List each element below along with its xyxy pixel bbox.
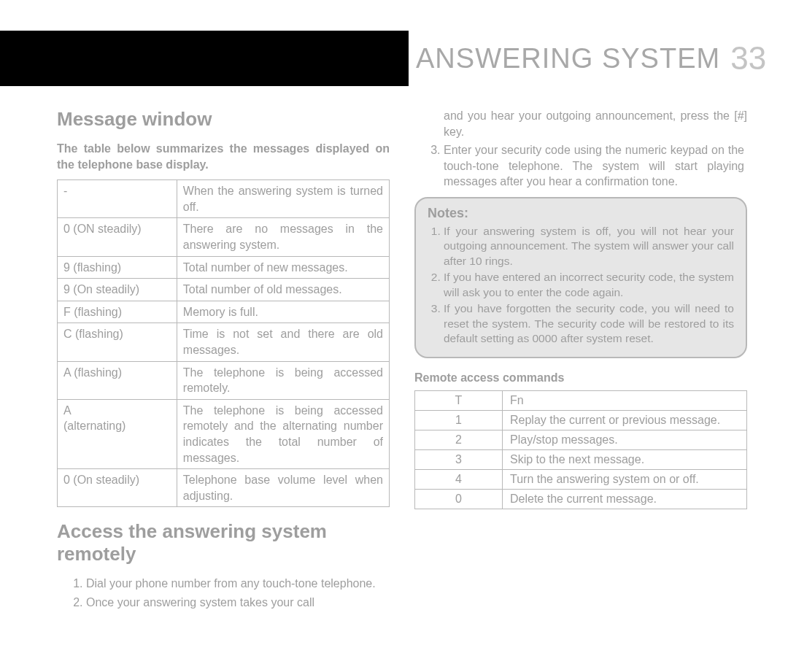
table-row: 9 (flashing)Total number of new messages… xyxy=(58,256,390,279)
msg-code: 0 (ON steadily) xyxy=(58,218,177,256)
msg-desc: The telephone is being accessed remotely… xyxy=(177,399,389,468)
table-row: 3Skip to the next message. xyxy=(415,449,747,469)
cmd-fn: Delete the current message. xyxy=(503,489,747,509)
table-header-row: T Fn xyxy=(415,390,747,410)
msg-desc: Memory is full. xyxy=(177,301,389,323)
msg-desc: When the answering system is turned off. xyxy=(177,180,389,218)
cmd-fn: Skip to the next message. xyxy=(503,449,747,469)
header-title: ANSWERING SYSTEM xyxy=(416,43,720,74)
heading-message-window: Message window xyxy=(57,108,390,131)
page-header: ANSWERING SYSTEM 33 xyxy=(0,31,788,86)
notes-heading: Notes: xyxy=(428,206,734,221)
table-row: 9 (On steadily)Total number of old messa… xyxy=(58,279,390,301)
msg-code: 9 (flashing) xyxy=(58,256,177,279)
msg-desc: There are no messages in the answering s… xyxy=(177,218,389,256)
msg-code: C (flashing) xyxy=(58,323,177,361)
cmd-fn: Play/stop messages. xyxy=(503,430,747,449)
lead-text: The table below summarizes the messages … xyxy=(57,141,390,172)
cmd-key: 2 xyxy=(415,430,503,449)
remote-steps-list-part1: Dial your phone number from any touch-to… xyxy=(57,576,390,610)
notes-box: Notes: If your answering system is off, … xyxy=(414,197,747,358)
remote-commands-table: T Fn 1Replay the current or previous mes… xyxy=(414,390,747,509)
table-row: F (flashing)Memory is full. xyxy=(58,301,390,323)
content-area: Message window The table below summarize… xyxy=(57,108,747,643)
right-column: and you hear your outgoing announcement,… xyxy=(414,108,747,643)
table-row: 2Play/stop messages. xyxy=(415,430,747,449)
list-item: Dial your phone number from any touch-to… xyxy=(86,576,390,592)
cmds-header-fn: Fn xyxy=(503,390,747,410)
table-row: 0 (On steadily)Telephone base volume lev… xyxy=(58,469,390,507)
cmd-key: 4 xyxy=(415,469,503,489)
remote-steps-list-part2: Enter your security code using the numer… xyxy=(414,142,747,190)
cmd-key: 1 xyxy=(415,410,503,430)
msg-desc: Total number of new messages. xyxy=(177,256,389,279)
table-row: A (alternating)The telephone is being ac… xyxy=(58,399,390,468)
step2-continuation: and you hear your outgoing announcement,… xyxy=(414,108,747,139)
msg-code: F (flashing) xyxy=(58,301,177,323)
msg-code: 9 (On steadily) xyxy=(58,279,177,301)
msg-desc: Time is not set and there are old messag… xyxy=(177,323,389,361)
cmd-fn: Replay the current or previous message. xyxy=(503,410,747,430)
msg-desc: Telephone base volume level when adjusti… xyxy=(177,469,389,507)
msg-code: A (alternating) xyxy=(58,399,177,468)
table-row: C (flashing)Time is not set and there ar… xyxy=(58,323,390,361)
list-item: Once your answering system takes your ca… xyxy=(86,595,390,611)
heading-remote-access: Access the answering system remotely xyxy=(57,520,390,565)
table-row: 4Turn the answering system on or off. xyxy=(415,469,747,489)
cmd-key: 3 xyxy=(415,449,503,469)
list-item: If you have forgotten the security code,… xyxy=(444,301,734,346)
list-item: Enter your security code using the numer… xyxy=(444,142,747,190)
table-row: 0Delete the current message. xyxy=(415,489,747,509)
manual-page: ANSWERING SYSTEM 33 Message window The t… xyxy=(0,0,788,672)
msg-code: 0 (On steadily) xyxy=(58,469,177,507)
msg-code: - xyxy=(58,180,177,218)
remote-commands-heading: Remote access commands xyxy=(414,371,747,385)
table-row: A (flashing)The telephone is being acces… xyxy=(58,361,390,399)
table-row: 1Replay the current or previous message. xyxy=(415,410,747,430)
msg-desc: The telephone is being accessed remotely… xyxy=(177,361,389,399)
msg-code: A (flashing) xyxy=(58,361,177,399)
cmd-fn: Turn the answering system on or off. xyxy=(503,469,747,489)
cmds-header-key: T xyxy=(415,390,503,410)
list-item: If your answering system is off, you wil… xyxy=(444,224,734,269)
notes-list: If your answering system is off, you wil… xyxy=(428,224,734,347)
msg-desc: Total number of old messages. xyxy=(177,279,389,301)
message-window-table: -When the answering system is turned off… xyxy=(57,179,390,507)
list-item: If you have entered an incorrect securit… xyxy=(444,270,734,300)
table-row: 0 (ON steadily)There are no messages in … xyxy=(58,218,390,256)
table-row: -When the answering system is turned off… xyxy=(58,180,390,218)
cmd-key: 0 xyxy=(415,489,503,509)
header-page-number: 33 xyxy=(730,40,766,77)
left-column: Message window The table below summarize… xyxy=(57,108,390,643)
